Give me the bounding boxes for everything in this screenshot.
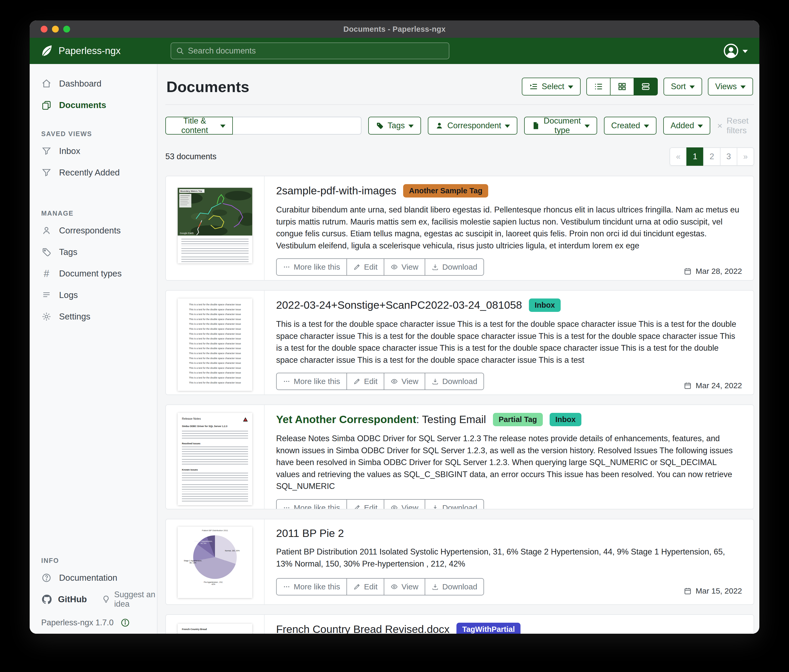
document-thumbnail[interactable]: Boundary Waters Trip Google Earth xyxy=(178,188,252,263)
filter-text-input[interactable] xyxy=(233,117,361,135)
more-like-this-button[interactable]: More like this xyxy=(276,578,347,596)
view-toggle-group xyxy=(586,78,658,96)
sidebar-item-documentation[interactable]: Documentation xyxy=(30,567,157,589)
sidebar-item-correspondents[interactable]: Correspondents xyxy=(30,220,157,241)
tag-pill[interactable]: TagWithPartial xyxy=(457,623,521,634)
views-button[interactable]: Views xyxy=(708,78,753,96)
document-thumbnail[interactable]: French Country Bread For the Leaven 1 he… xyxy=(178,624,252,634)
created-filter-button[interactable]: Created xyxy=(604,117,656,135)
github-link[interactable]: GitHub xyxy=(41,594,87,605)
info-icon[interactable] xyxy=(120,618,130,627)
document-title[interactable]: 2011 BP Pie 2 xyxy=(276,527,344,540)
filter-field-button[interactable]: Title & content xyxy=(165,117,233,135)
document-thumbnail[interactable]: Patient BP Distribution 2011 Normal, 150… xyxy=(178,527,252,598)
tag-pill[interactable]: Partial Tag xyxy=(493,413,543,426)
sidebar-item-document-types[interactable]: # Document types xyxy=(30,263,157,284)
sidebar-item-dashboard[interactable]: Dashboard xyxy=(30,73,157,94)
pagination-prev-button[interactable]: « xyxy=(669,147,687,166)
grid-view-button[interactable] xyxy=(610,78,634,96)
calendar-icon xyxy=(684,508,692,510)
results-bar: 53 documents « 1 2 3 » xyxy=(165,147,754,166)
download-label: Download xyxy=(442,263,477,271)
document-title[interactable]: 2sample-pdf-with-images xyxy=(276,185,396,197)
thumbnail-column: Boundary Waters Trip Google Earth xyxy=(166,176,265,280)
sidebar-item-tags[interactable]: Tags xyxy=(30,241,157,263)
chevron-down-icon xyxy=(690,86,695,89)
view-button[interactable]: View xyxy=(384,499,425,510)
views-label: Views xyxy=(715,82,737,91)
tag-pill[interactable]: Inbox xyxy=(549,413,581,426)
global-search[interactable] xyxy=(171,43,449,59)
document-correspondent-link[interactable]: Yet Another Correspondent xyxy=(276,413,416,426)
edit-button[interactable]: Edit xyxy=(347,373,385,390)
sidebar-item-label: Documentation xyxy=(59,573,117,583)
download-button[interactable]: Download xyxy=(425,258,484,275)
gear-icon xyxy=(41,312,52,322)
dots-icon xyxy=(283,378,290,385)
sidebar-item-documents[interactable]: Documents xyxy=(30,94,157,116)
user-menu[interactable] xyxy=(723,43,748,59)
document-type-filter-label: Document type xyxy=(544,116,581,135)
correspondent-filter-button[interactable]: Correspondent xyxy=(428,117,517,135)
edit-label: Edit xyxy=(364,582,378,591)
more-like-this-button[interactable]: More like this xyxy=(276,499,347,510)
more-like-this-button[interactable]: More like this xyxy=(276,258,347,275)
tag-pill[interactable]: Another Sample Tag xyxy=(403,184,488,197)
detail-view-button[interactable] xyxy=(634,78,658,96)
thumbnail-heading: Release Notes xyxy=(182,417,201,420)
document-title[interactable]: : Testing Email xyxy=(416,413,486,426)
brand[interactable]: Paperless-ngx xyxy=(30,44,171,58)
close-window-button[interactable] xyxy=(41,26,48,32)
tag-pill[interactable]: Inbox xyxy=(529,298,561,312)
pencil-icon xyxy=(353,583,361,591)
pagination-page-2[interactable]: 2 xyxy=(703,147,720,166)
app-body: Dashboard Documents SAVED VIEWS Inbox Re xyxy=(30,64,759,634)
edit-button[interactable]: Edit xyxy=(347,258,385,275)
added-filter-button[interactable]: Added xyxy=(663,117,711,135)
view-label: View xyxy=(401,263,418,271)
sidebar-item-inbox[interactable]: Inbox xyxy=(30,140,157,162)
document-thumbnail[interactable]: Release Notes Simba ODBC Driver for SQL … xyxy=(178,413,252,505)
download-button[interactable]: Download xyxy=(425,373,484,390)
edit-button[interactable]: Edit xyxy=(347,499,385,510)
version-row: Paperless-ngx 1.7.0 xyxy=(30,618,157,627)
pagination-page-3[interactable]: 3 xyxy=(720,147,737,166)
sidebar-item-recently-added[interactable]: Recently Added xyxy=(30,162,157,183)
sort-button[interactable]: Sort xyxy=(664,78,702,96)
view-button[interactable]: View xyxy=(384,258,425,275)
select-button[interactable]: Select xyxy=(522,78,581,96)
suggest-idea-link[interactable]: Suggest an idea xyxy=(102,590,157,609)
filter-funnel-icon xyxy=(41,147,52,156)
document-title[interactable]: French Country Bread Revised.docx xyxy=(276,623,450,634)
more-like-this-label: More like this xyxy=(294,503,340,510)
edit-button[interactable]: Edit xyxy=(347,578,385,596)
download-button[interactable]: Download xyxy=(425,499,484,510)
download-button[interactable]: Download xyxy=(425,578,484,596)
document-thumbnail[interactable]: This is a test for the double space char… xyxy=(178,298,252,391)
sidebar-item-logs[interactable]: Logs xyxy=(30,284,157,306)
zoom-window-button[interactable] xyxy=(63,26,70,32)
more-like-this-label: More like this xyxy=(294,263,340,271)
document-content: 2sample-pdf-with-images Another Sample T… xyxy=(265,176,754,280)
sidebar-item-settings[interactable]: Settings xyxy=(30,306,157,327)
saved-views-heading: SAVED VIEWS xyxy=(41,130,157,138)
pagination-next-button[interactable]: » xyxy=(737,147,754,166)
view-button[interactable]: View xyxy=(384,373,425,390)
minimize-window-button[interactable] xyxy=(52,26,59,32)
person-icon xyxy=(41,226,52,236)
list-view-button[interactable] xyxy=(586,78,610,96)
reset-filters-button[interactable]: × Reset filters xyxy=(717,116,754,135)
pagination-page-1[interactable]: 1 xyxy=(686,147,704,166)
github-icon xyxy=(41,594,52,605)
search-input[interactable] xyxy=(188,46,444,56)
more-like-this-button[interactable]: More like this xyxy=(276,373,347,390)
sidebar-item-label: Document types xyxy=(59,269,121,279)
document-title[interactable]: 2022-03-24+Sonstige+ScanPC2022-03-24_081… xyxy=(276,299,522,311)
view-button[interactable]: View xyxy=(384,578,425,596)
page-header: Documents Select xyxy=(165,78,754,105)
download-label: Download xyxy=(442,503,477,510)
document-type-filter-button[interactable]: Document type xyxy=(524,117,597,135)
document-actions: More like this Edit View xyxy=(276,578,484,596)
tags-filter-button[interactable]: Tags xyxy=(368,117,421,135)
document-card: Release Notes Simba ODBC Driver for SQL … xyxy=(165,404,754,510)
